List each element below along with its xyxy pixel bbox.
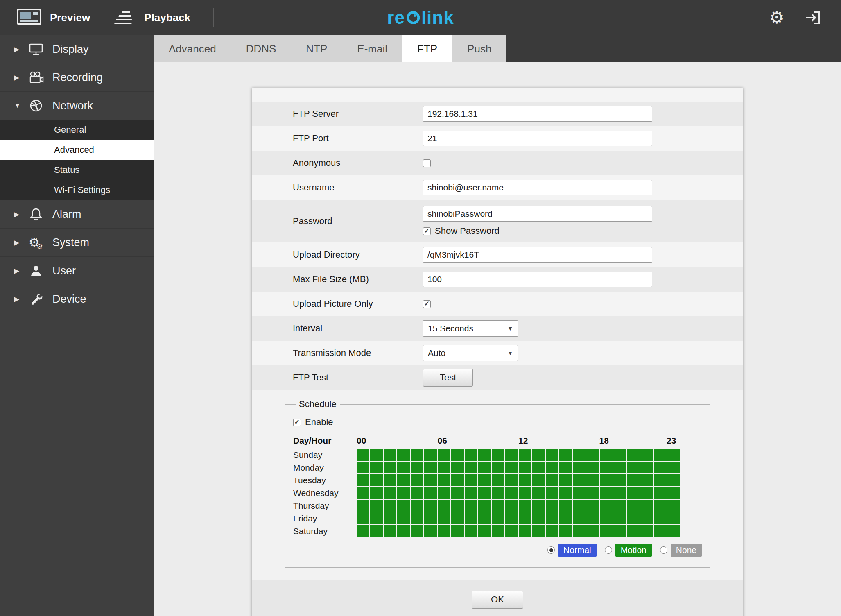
schedule-cell[interactable] [411, 449, 423, 461]
schedule-cell[interactable] [478, 512, 491, 524]
schedule-cell[interactable] [519, 500, 531, 512]
schedule-cell[interactable] [424, 487, 437, 499]
tab-ddns[interactable]: DDNS [231, 35, 292, 62]
schedule-cell[interactable] [640, 449, 653, 461]
schedule-cell[interactable] [600, 462, 613, 473]
settings-gear-icon[interactable]: ⚙ [769, 9, 784, 26]
schedule-cell[interactable] [559, 500, 572, 512]
schedule-cell[interactable] [546, 449, 558, 461]
schedule-cell[interactable] [586, 462, 599, 473]
schedule-cell[interactable] [505, 474, 518, 486]
schedule-cell[interactable] [411, 462, 423, 473]
schedule-cell[interactable] [478, 500, 491, 512]
schedule-cell[interactable] [478, 474, 491, 486]
schedule-cell[interactable] [438, 500, 450, 512]
schedule-cell[interactable] [492, 525, 504, 537]
schedule-cell[interactable] [546, 500, 558, 512]
schedule-cell[interactable] [519, 474, 531, 486]
schedule-cell[interactable] [451, 525, 464, 537]
schedule-cell[interactable] [640, 512, 653, 524]
schedule-cell[interactable] [505, 487, 518, 499]
tab-email[interactable]: E-mail [342, 35, 402, 62]
schedule-cell[interactable] [438, 487, 450, 499]
schedule-cell[interactable] [438, 449, 450, 461]
nav-playback[interactable]: Playback [113, 0, 190, 35]
schedule-cell[interactable] [411, 500, 423, 512]
schedule-cell[interactable] [627, 462, 640, 473]
schedule-cell[interactable] [600, 512, 613, 524]
schedule-cell[interactable] [411, 474, 423, 486]
schedule-cell[interactable] [451, 474, 464, 486]
tab-push[interactable]: Push [452, 35, 506, 62]
interval-select[interactable]: 15 Seconds ▼ [423, 320, 518, 337]
schedule-cell[interactable] [492, 449, 504, 461]
schedule-cell[interactable] [627, 449, 640, 461]
schedule-cell[interactable] [559, 487, 572, 499]
schedule-cell[interactable] [667, 512, 680, 524]
schedule-cell[interactable] [627, 500, 640, 512]
schedule-cell[interactable] [600, 500, 613, 512]
sidebar-item-general[interactable]: General [0, 120, 154, 140]
schedule-cell[interactable] [573, 474, 586, 486]
schedule-cell[interactable] [559, 462, 572, 473]
schedule-cell[interactable] [559, 512, 572, 524]
transmission-mode-select[interactable]: Auto ▼ [423, 345, 518, 361]
schedule-cell[interactable] [384, 512, 396, 524]
schedule-cell[interactable] [519, 525, 531, 537]
schedule-cell[interactable] [640, 462, 653, 473]
anonymous-checkbox[interactable]: ✓ [423, 159, 431, 167]
normal-badge[interactable]: Normal [558, 544, 597, 557]
motion-badge[interactable]: Motion [615, 544, 652, 557]
schedule-cell[interactable] [384, 500, 396, 512]
tab-ftp[interactable]: FTP [402, 35, 452, 62]
schedule-cell[interactable] [640, 487, 653, 499]
logout-icon[interactable] [804, 10, 821, 25]
schedule-cell[interactable] [370, 462, 383, 473]
schedule-cell[interactable] [505, 512, 518, 524]
upload-picture-only-checkbox[interactable]: ✓ [423, 300, 431, 308]
schedule-cell[interactable] [384, 449, 396, 461]
schedule-cell[interactable] [600, 449, 613, 461]
sidebar-item-system[interactable]: ▶ ⚙⚙ System [0, 229, 154, 257]
schedule-cell[interactable] [370, 500, 383, 512]
schedule-cell[interactable] [357, 487, 369, 499]
schedule-cell[interactable] [492, 474, 504, 486]
schedule-cell[interactable] [654, 500, 667, 512]
sidebar-item-alarm[interactable]: ▶ Alarm [0, 200, 154, 229]
schedule-cell[interactable] [559, 525, 572, 537]
schedule-cell[interactable] [667, 525, 680, 537]
schedule-enable-checkbox[interactable]: ✓ [293, 419, 301, 426]
schedule-cell[interactable] [586, 500, 599, 512]
schedule-cell[interactable] [451, 500, 464, 512]
sidebar-item-status[interactable]: Status [0, 160, 154, 180]
schedule-cell[interactable] [654, 474, 667, 486]
schedule-cell[interactable] [465, 462, 477, 473]
schedule-cell[interactable] [492, 500, 504, 512]
schedule-cell[interactable] [573, 512, 586, 524]
schedule-cell[interactable] [532, 487, 545, 499]
schedule-cell[interactable] [667, 500, 680, 512]
schedule-cell[interactable] [478, 449, 491, 461]
schedule-cell[interactable] [667, 462, 680, 473]
schedule-cell[interactable] [519, 449, 531, 461]
schedule-cell[interactable] [397, 449, 410, 461]
schedule-cell[interactable] [370, 512, 383, 524]
schedule-cell[interactable] [357, 474, 369, 486]
schedule-cell[interactable] [532, 525, 545, 537]
none-badge[interactable]: None [671, 544, 702, 557]
nav-preview[interactable]: Preview [16, 0, 90, 35]
schedule-cell[interactable] [586, 487, 599, 499]
schedule-cell[interactable] [532, 512, 545, 524]
schedule-cell[interactable] [465, 449, 477, 461]
schedule-cell[interactable] [424, 462, 437, 473]
schedule-cell[interactable] [640, 525, 653, 537]
motion-radio[interactable] [605, 546, 612, 554]
schedule-cell[interactable] [492, 487, 504, 499]
schedule-cell[interactable] [546, 487, 558, 499]
schedule-cell[interactable] [465, 487, 477, 499]
schedule-cell[interactable] [640, 500, 653, 512]
schedule-cell[interactable] [424, 474, 437, 486]
schedule-cell[interactable] [600, 487, 613, 499]
schedule-cell[interactable] [532, 474, 545, 486]
schedule-cell[interactable] [613, 500, 626, 512]
